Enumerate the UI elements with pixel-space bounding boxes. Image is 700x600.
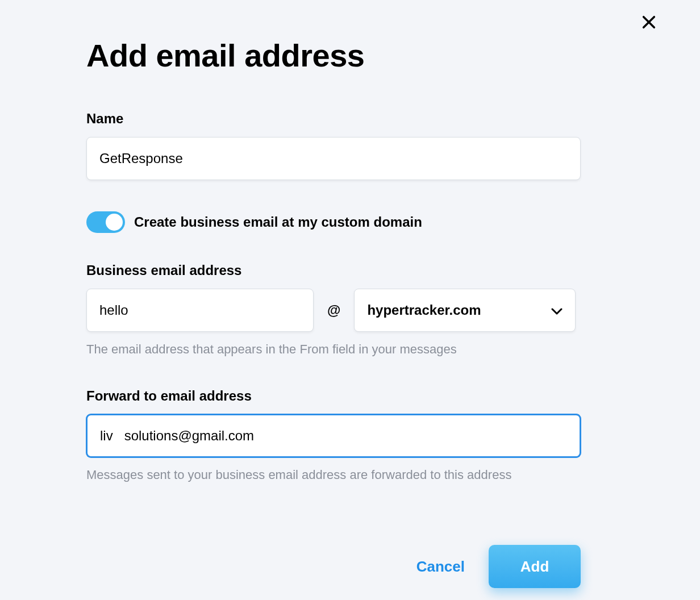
toggle-label: Create business email at my custom domai… [134, 214, 422, 230]
cancel-button[interactable]: Cancel [416, 558, 465, 576]
modal-content: Add email address Name Create business e… [0, 0, 700, 588]
name-label: Name [86, 111, 615, 127]
close-button[interactable] [638, 11, 660, 34]
chevron-down-icon [551, 302, 562, 318]
modal-title: Add email address [86, 37, 615, 74]
custom-domain-toggle-row: Create business email at my custom domai… [86, 211, 615, 233]
domain-select-value: hypertracker.com [367, 302, 481, 318]
forward-email-input[interactable] [86, 414, 581, 457]
business-email-label: Business email address [86, 262, 615, 278]
business-email-domain-select[interactable]: hypertracker.com [354, 289, 576, 332]
business-email-local-input[interactable] [86, 289, 314, 332]
add-button[interactable]: Add [489, 545, 581, 588]
close-icon [641, 14, 657, 32]
forward-email-group: Forward to email address Messages sent t… [86, 388, 615, 482]
name-input[interactable] [86, 137, 581, 180]
forward-email-helper: Messages sent to your business email add… [86, 468, 615, 482]
business-email-helper: The email address that appears in the Fr… [86, 342, 615, 357]
button-row: Cancel Add [86, 545, 581, 588]
business-email-row: @ hypertracker.com [86, 289, 615, 332]
at-symbol: @ [327, 302, 340, 318]
name-field-group: Name [86, 111, 615, 180]
forward-email-label: Forward to email address [86, 388, 615, 404]
business-email-group: Business email address @ hypertracker.co… [86, 262, 615, 357]
custom-domain-toggle[interactable] [86, 211, 125, 233]
toggle-knob [106, 214, 123, 231]
